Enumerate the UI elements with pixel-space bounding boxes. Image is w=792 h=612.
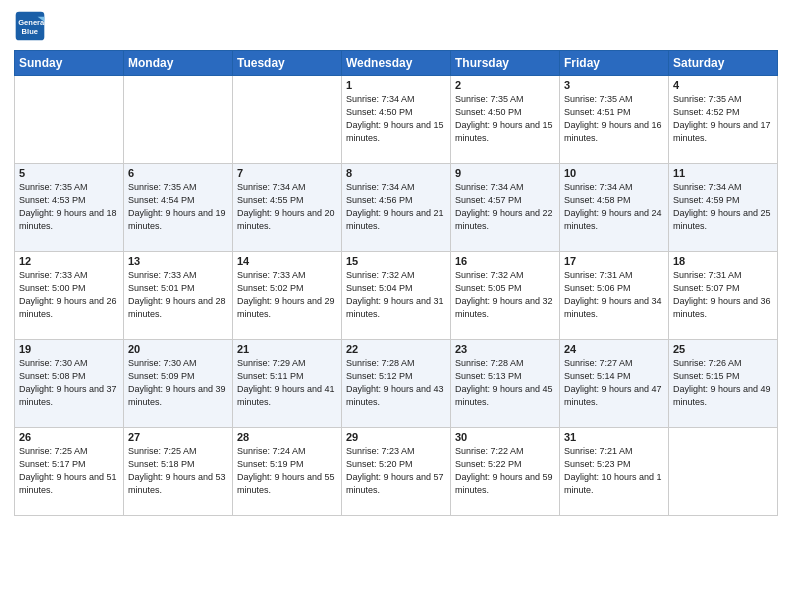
day-info: Sunrise: 7:25 AMSunset: 5:18 PMDaylight:…	[128, 445, 228, 497]
day-number: 25	[673, 343, 773, 355]
day-info: Sunrise: 7:22 AMSunset: 5:22 PMDaylight:…	[455, 445, 555, 497]
day-info: Sunrise: 7:34 AMSunset: 4:56 PMDaylight:…	[346, 181, 446, 233]
day-info: Sunrise: 7:21 AMSunset: 5:23 PMDaylight:…	[564, 445, 664, 497]
page: General Blue SundayMondayTuesdayWednesda…	[0, 0, 792, 612]
day-number: 3	[564, 79, 664, 91]
day-number: 5	[19, 167, 119, 179]
day-info: Sunrise: 7:35 AMSunset: 4:54 PMDaylight:…	[128, 181, 228, 233]
day-number: 7	[237, 167, 337, 179]
day-number: 15	[346, 255, 446, 267]
day-cell: 16Sunrise: 7:32 AMSunset: 5:05 PMDayligh…	[451, 252, 560, 340]
day-info: Sunrise: 7:34 AMSunset: 4:55 PMDaylight:…	[237, 181, 337, 233]
day-cell	[15, 76, 124, 164]
day-cell: 28Sunrise: 7:24 AMSunset: 5:19 PMDayligh…	[233, 428, 342, 516]
day-info: Sunrise: 7:28 AMSunset: 5:13 PMDaylight:…	[455, 357, 555, 409]
logo-icon: General Blue	[14, 10, 46, 42]
day-info: Sunrise: 7:34 AMSunset: 4:57 PMDaylight:…	[455, 181, 555, 233]
day-number: 1	[346, 79, 446, 91]
day-number: 4	[673, 79, 773, 91]
day-info: Sunrise: 7:33 AMSunset: 5:01 PMDaylight:…	[128, 269, 228, 321]
day-info: Sunrise: 7:32 AMSunset: 5:05 PMDaylight:…	[455, 269, 555, 321]
day-info: Sunrise: 7:33 AMSunset: 5:00 PMDaylight:…	[19, 269, 119, 321]
day-number: 20	[128, 343, 228, 355]
day-cell: 25Sunrise: 7:26 AMSunset: 5:15 PMDayligh…	[669, 340, 778, 428]
day-info: Sunrise: 7:27 AMSunset: 5:14 PMDaylight:…	[564, 357, 664, 409]
day-cell: 18Sunrise: 7:31 AMSunset: 5:07 PMDayligh…	[669, 252, 778, 340]
weekday-header-monday: Monday	[124, 51, 233, 76]
day-number: 9	[455, 167, 555, 179]
day-cell: 6Sunrise: 7:35 AMSunset: 4:54 PMDaylight…	[124, 164, 233, 252]
day-info: Sunrise: 7:31 AMSunset: 5:06 PMDaylight:…	[564, 269, 664, 321]
day-cell: 26Sunrise: 7:25 AMSunset: 5:17 PMDayligh…	[15, 428, 124, 516]
day-number: 17	[564, 255, 664, 267]
header: General Blue	[14, 10, 778, 42]
day-cell: 4Sunrise: 7:35 AMSunset: 4:52 PMDaylight…	[669, 76, 778, 164]
day-info: Sunrise: 7:28 AMSunset: 5:12 PMDaylight:…	[346, 357, 446, 409]
day-number: 8	[346, 167, 446, 179]
day-cell: 31Sunrise: 7:21 AMSunset: 5:23 PMDayligh…	[560, 428, 669, 516]
day-info: Sunrise: 7:26 AMSunset: 5:15 PMDaylight:…	[673, 357, 773, 409]
day-cell: 17Sunrise: 7:31 AMSunset: 5:06 PMDayligh…	[560, 252, 669, 340]
calendar: SundayMondayTuesdayWednesdayThursdayFrid…	[14, 50, 778, 516]
day-cell: 15Sunrise: 7:32 AMSunset: 5:04 PMDayligh…	[342, 252, 451, 340]
day-number: 29	[346, 431, 446, 443]
day-number: 13	[128, 255, 228, 267]
day-info: Sunrise: 7:30 AMSunset: 5:08 PMDaylight:…	[19, 357, 119, 409]
day-number: 2	[455, 79, 555, 91]
day-number: 24	[564, 343, 664, 355]
day-number: 31	[564, 431, 664, 443]
weekday-header-tuesday: Tuesday	[233, 51, 342, 76]
day-cell: 19Sunrise: 7:30 AMSunset: 5:08 PMDayligh…	[15, 340, 124, 428]
day-info: Sunrise: 7:29 AMSunset: 5:11 PMDaylight:…	[237, 357, 337, 409]
day-number: 10	[564, 167, 664, 179]
week-row-3: 19Sunrise: 7:30 AMSunset: 5:08 PMDayligh…	[15, 340, 778, 428]
day-info: Sunrise: 7:34 AMSunset: 4:50 PMDaylight:…	[346, 93, 446, 145]
week-row-4: 26Sunrise: 7:25 AMSunset: 5:17 PMDayligh…	[15, 428, 778, 516]
weekday-header-wednesday: Wednesday	[342, 51, 451, 76]
week-row-2: 12Sunrise: 7:33 AMSunset: 5:00 PMDayligh…	[15, 252, 778, 340]
week-row-1: 5Sunrise: 7:35 AMSunset: 4:53 PMDaylight…	[15, 164, 778, 252]
weekday-header-friday: Friday	[560, 51, 669, 76]
day-number: 11	[673, 167, 773, 179]
day-number: 14	[237, 255, 337, 267]
day-info: Sunrise: 7:35 AMSunset: 4:51 PMDaylight:…	[564, 93, 664, 145]
day-info: Sunrise: 7:30 AMSunset: 5:09 PMDaylight:…	[128, 357, 228, 409]
day-cell: 27Sunrise: 7:25 AMSunset: 5:18 PMDayligh…	[124, 428, 233, 516]
day-number: 30	[455, 431, 555, 443]
day-number: 28	[237, 431, 337, 443]
day-info: Sunrise: 7:35 AMSunset: 4:53 PMDaylight:…	[19, 181, 119, 233]
day-info: Sunrise: 7:34 AMSunset: 4:59 PMDaylight:…	[673, 181, 773, 233]
day-number: 19	[19, 343, 119, 355]
day-number: 21	[237, 343, 337, 355]
day-number: 27	[128, 431, 228, 443]
weekday-header-saturday: Saturday	[669, 51, 778, 76]
day-number: 12	[19, 255, 119, 267]
day-cell: 1Sunrise: 7:34 AMSunset: 4:50 PMDaylight…	[342, 76, 451, 164]
day-cell: 3Sunrise: 7:35 AMSunset: 4:51 PMDaylight…	[560, 76, 669, 164]
day-cell: 11Sunrise: 7:34 AMSunset: 4:59 PMDayligh…	[669, 164, 778, 252]
week-row-0: 1Sunrise: 7:34 AMSunset: 4:50 PMDaylight…	[15, 76, 778, 164]
day-number: 6	[128, 167, 228, 179]
day-number: 22	[346, 343, 446, 355]
day-info: Sunrise: 7:31 AMSunset: 5:07 PMDaylight:…	[673, 269, 773, 321]
day-info: Sunrise: 7:32 AMSunset: 5:04 PMDaylight:…	[346, 269, 446, 321]
weekday-header-row: SundayMondayTuesdayWednesdayThursdayFrid…	[15, 51, 778, 76]
logo: General Blue	[14, 10, 46, 42]
day-cell: 2Sunrise: 7:35 AMSunset: 4:50 PMDaylight…	[451, 76, 560, 164]
day-cell: 10Sunrise: 7:34 AMSunset: 4:58 PMDayligh…	[560, 164, 669, 252]
day-cell	[233, 76, 342, 164]
day-cell: 12Sunrise: 7:33 AMSunset: 5:00 PMDayligh…	[15, 252, 124, 340]
day-cell: 22Sunrise: 7:28 AMSunset: 5:12 PMDayligh…	[342, 340, 451, 428]
day-info: Sunrise: 7:35 AMSunset: 4:52 PMDaylight:…	[673, 93, 773, 145]
day-cell: 8Sunrise: 7:34 AMSunset: 4:56 PMDaylight…	[342, 164, 451, 252]
day-cell: 24Sunrise: 7:27 AMSunset: 5:14 PMDayligh…	[560, 340, 669, 428]
day-info: Sunrise: 7:34 AMSunset: 4:58 PMDaylight:…	[564, 181, 664, 233]
day-cell: 23Sunrise: 7:28 AMSunset: 5:13 PMDayligh…	[451, 340, 560, 428]
day-cell: 13Sunrise: 7:33 AMSunset: 5:01 PMDayligh…	[124, 252, 233, 340]
day-number: 23	[455, 343, 555, 355]
day-number: 16	[455, 255, 555, 267]
day-cell: 9Sunrise: 7:34 AMSunset: 4:57 PMDaylight…	[451, 164, 560, 252]
day-cell: 5Sunrise: 7:35 AMSunset: 4:53 PMDaylight…	[15, 164, 124, 252]
day-info: Sunrise: 7:25 AMSunset: 5:17 PMDaylight:…	[19, 445, 119, 497]
day-number: 18	[673, 255, 773, 267]
